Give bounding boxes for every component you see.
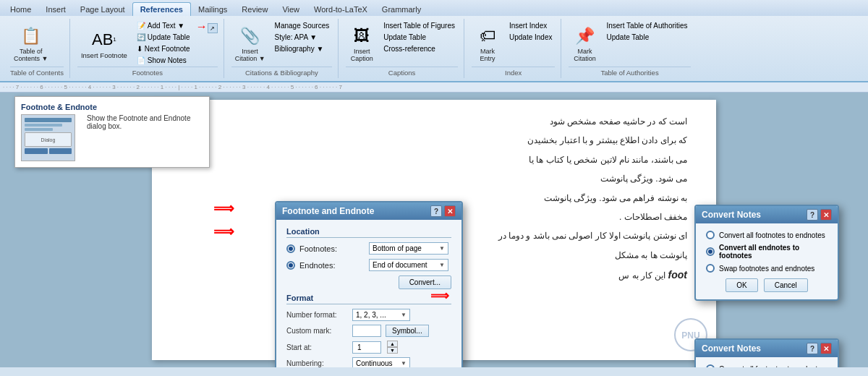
show-notes-button[interactable]: 📄 Show Notes bbox=[134, 55, 193, 66]
show-notes-icon: 📄 bbox=[137, 56, 145, 64]
endnotes-location-value: End of document bbox=[373, 261, 427, 269]
insert-table-authorities-button[interactable]: Insert Table of Authorities bbox=[603, 20, 690, 31]
mark-entry-button[interactable]: 🏷 MarkEntry bbox=[472, 20, 503, 67]
tab-references[interactable]: References bbox=[132, 2, 191, 16]
convert-notes-1-title: Convert Notes bbox=[702, 210, 761, 220]
symbol-button[interactable]: Symbol... bbox=[386, 325, 429, 337]
convert-notes-2-titlebar: Convert Notes ? ✕ bbox=[696, 340, 838, 357]
bibliography-button[interactable]: Bibliography ▼ bbox=[272, 43, 333, 54]
insert-citation-button[interactable]: 📎 InsertCitation ▼ bbox=[231, 20, 269, 67]
insert-caption-button[interactable]: 🖼 InsertCaption bbox=[346, 20, 378, 67]
tab-view[interactable]: View bbox=[275, 3, 307, 16]
cn1-close-button[interactable]: ✕ bbox=[820, 209, 832, 221]
footnotes-location-select[interactable]: Bottom of page ▼ bbox=[369, 242, 448, 255]
update-index-button[interactable]: Update Index bbox=[506, 32, 556, 43]
tab-review[interactable]: Review bbox=[234, 3, 275, 16]
footnote-endnote-dialog: Footnote and Endnote ? ✕ Location Footno… bbox=[275, 201, 463, 367]
cn2-help-button[interactable]: ? bbox=[807, 343, 818, 354]
mark-citation-icon: 📌 bbox=[573, 25, 596, 48]
numbering-row: Numbering: Continuous ▼ bbox=[286, 357, 451, 367]
endnotes-dropdown-arrow: ▼ bbox=[439, 262, 445, 268]
tab-mailings[interactable]: Mailings bbox=[191, 3, 234, 16]
tooltip-title: Footnote & Endnote bbox=[21, 103, 203, 111]
tab-grammarly[interactable]: Grammarly bbox=[375, 3, 428, 16]
convert-notes-dialog-1: Convert Notes ? ✕ Convert all footnotes … bbox=[694, 205, 839, 301]
insert-table-figures-label: Insert Table of Figures bbox=[383, 22, 455, 30]
footnotes-radio[interactable] bbox=[286, 244, 295, 253]
cn1-option2-radio[interactable] bbox=[706, 247, 715, 256]
dialog-close-button[interactable]: ✕ bbox=[444, 205, 456, 217]
cn1-cancel-button[interactable]: Cancel bbox=[764, 278, 808, 292]
group-index-label: Index bbox=[472, 67, 556, 77]
cn1-option3-radio[interactable] bbox=[706, 264, 715, 273]
update-table-footnote-icon: 🔄 bbox=[137, 33, 145, 41]
start-at-decrement[interactable]: ▼ bbox=[387, 347, 398, 354]
table-of-contents-button[interactable]: 📋 Table ofContents ▼ bbox=[10, 22, 51, 64]
start-at-increment[interactable]: ▲ bbox=[387, 341, 398, 347]
group-authorities-label: Table of Authorities bbox=[569, 67, 690, 77]
insert-index-button[interactable]: Insert Index bbox=[506, 20, 556, 31]
footnotes-location-value: Bottom of page bbox=[373, 244, 422, 252]
ribbon: Home Insert Page Layout References Maili… bbox=[0, 0, 868, 82]
manage-sources-button[interactable]: Manage Sources bbox=[272, 20, 333, 31]
insert-footnote-icon: AB1 bbox=[93, 28, 116, 51]
update-table-footnote-button[interactable]: 🔄 Update Table bbox=[134, 32, 193, 43]
footnotes-dialog-launcher[interactable]: ↗ bbox=[208, 23, 218, 33]
ribbon-tabs: Home Insert Page Layout References Maili… bbox=[0, 0, 868, 16]
cross-reference-button[interactable]: Cross-reference bbox=[380, 43, 458, 54]
cn2-option1-label: Convert all footnotes to endnotes bbox=[719, 365, 825, 368]
endnotes-field-label: Endnotes: bbox=[299, 261, 365, 270]
insert-caption-icon: 🖼 bbox=[350, 25, 373, 48]
ruler: · · · · 7 · · · · · · 6 · · · · · · 5 · … bbox=[0, 82, 868, 93]
update-table-captions-button[interactable]: Update Table bbox=[380, 32, 458, 43]
cn2-option1-row: Convert all footnotes to endnotes bbox=[706, 364, 827, 367]
update-table-captions-label: Update Table bbox=[383, 33, 426, 41]
mark-citation-button[interactable]: 📌 MarkCitation bbox=[569, 20, 600, 67]
number-format-select[interactable]: 1, 2, 3, ... ▼ bbox=[352, 309, 410, 321]
next-footnote-button[interactable]: ⬇ Next Footnote bbox=[134, 43, 193, 54]
numbering-select[interactable]: Continuous ▼ bbox=[352, 357, 410, 367]
insert-footnote-label: Insert Footnote bbox=[81, 51, 127, 59]
cn1-help-button[interactable]: ? bbox=[807, 209, 818, 221]
bibliography-label: Bibliography ▼ bbox=[275, 45, 324, 53]
mark-entry-icon: 🏷 bbox=[476, 25, 499, 48]
doc-para-3: می باشند، مانند نام لاتین شخص یا کتاب ها… bbox=[181, 153, 687, 167]
number-format-row: Number format: 1, 2, 3, ... ▼ bbox=[286, 309, 451, 321]
endnotes-location-select[interactable]: End of document ▼ bbox=[369, 259, 448, 271]
doc-para-6: می شود. ویژگی پانوشت bbox=[181, 171, 687, 186]
custom-mark-input[interactable] bbox=[352, 325, 381, 337]
number-format-arrow: ▼ bbox=[401, 312, 407, 318]
start-at-input[interactable] bbox=[352, 341, 381, 354]
tab-insert[interactable]: Insert bbox=[38, 3, 73, 16]
group-footnotes: AB1 Insert Footnote 📝 Add Text ▼ 🔄 Updat… bbox=[72, 19, 224, 78]
numbering-arrow: ▼ bbox=[401, 360, 407, 367]
number-format-label: Number format: bbox=[286, 311, 348, 319]
update-index-label: Update Index bbox=[509, 33, 553, 41]
style-button[interactable]: Style: APA ▼ bbox=[272, 32, 333, 43]
location-section-label: Location bbox=[286, 227, 451, 238]
tab-page-layout[interactable]: Page Layout bbox=[73, 3, 132, 16]
convert-notes-dialog-2: Convert Notes ? ✕ Convert all footnotes … bbox=[694, 338, 839, 367]
footnotes-arrow-icon: → bbox=[196, 20, 208, 33]
footnote-endnote-titlebar: Footnote and Endnote ? ✕ bbox=[276, 202, 461, 220]
tab-home[interactable]: Home bbox=[3, 3, 38, 16]
arrow-2-icon: ⟹ bbox=[213, 223, 234, 240]
tab-word-to-latex[interactable]: Word-to-LaTeX bbox=[307, 3, 375, 16]
footnotes-dropdown-arrow: ▼ bbox=[439, 245, 445, 252]
start-at-label: Start at: bbox=[286, 343, 348, 351]
table-of-contents-icon: 📋 bbox=[20, 25, 43, 48]
dialog-help-button[interactable]: ? bbox=[430, 205, 442, 217]
insert-table-figures-button[interactable]: Insert Table of Figures bbox=[380, 20, 458, 31]
mark-entry-label: MarkEntry bbox=[480, 48, 495, 62]
cn1-ok-button[interactable]: OK bbox=[726, 278, 757, 292]
update-table-authorities-button[interactable]: Update Table bbox=[603, 32, 690, 43]
convert-arrow-container: ⟹ bbox=[430, 288, 449, 304]
insert-footnote-button[interactable]: AB1 Insert Footnote bbox=[77, 20, 131, 67]
cn1-option1-radio[interactable] bbox=[706, 231, 715, 239]
arrow-1-icon: ⟹ bbox=[213, 200, 234, 217]
endnotes-radio[interactable] bbox=[286, 261, 295, 270]
insert-caption-label: InsertCaption bbox=[351, 48, 373, 62]
cn2-option1-radio[interactable] bbox=[706, 364, 715, 367]
cn2-close-button[interactable]: ✕ bbox=[820, 343, 832, 354]
add-text-button[interactable]: 📝 Add Text ▼ bbox=[134, 20, 193, 31]
